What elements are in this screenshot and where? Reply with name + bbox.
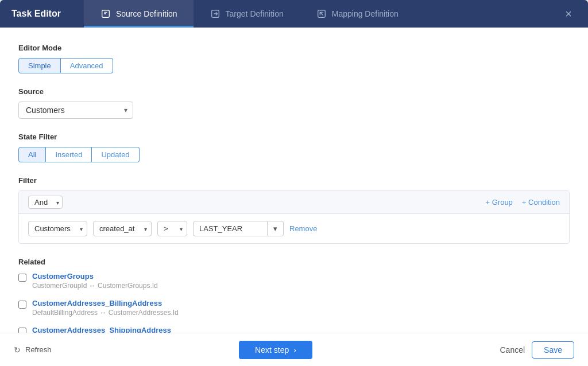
tab-target-label: Target Definition bbox=[226, 9, 284, 18]
save-button[interactable]: Save bbox=[532, 341, 574, 359]
state-filter-all-button[interactable]: All bbox=[18, 147, 46, 162]
state-filter-buttons: All Inserted Updated bbox=[18, 147, 570, 162]
add-group-button[interactable]: + Group bbox=[486, 198, 513, 207]
related-item-billingaddress: CustomerAddresses_BillingAddress Default… bbox=[18, 299, 570, 317]
editor-mode-label: Editor Mode bbox=[18, 44, 570, 52]
filter-row: Customers ▾ created_at ▾ > bbox=[19, 214, 569, 243]
filter-header-left: And Or ▾ bbox=[28, 196, 63, 209]
source-select[interactable]: Customers bbox=[18, 102, 133, 119]
filter-value-dropdown-button[interactable]: ▾ bbox=[268, 221, 284, 236]
close-button[interactable]: × bbox=[560, 5, 577, 23]
related-name-billingaddress: CustomerAddresses_BillingAddress bbox=[32, 299, 179, 307]
filter-value-wrap: ▾ bbox=[193, 221, 284, 236]
state-filter-updated-button[interactable]: Updated bbox=[92, 147, 139, 162]
related-label: Related bbox=[18, 258, 570, 266]
modal-title: Task Editor bbox=[11, 9, 61, 19]
add-condition-button[interactable]: + Condition bbox=[522, 198, 560, 207]
source-icon bbox=[100, 8, 111, 20]
footer-right: Cancel Save bbox=[500, 341, 574, 359]
refresh-button[interactable]: Refresh bbox=[25, 345, 52, 354]
tab-source[interactable]: Source Definition bbox=[84, 0, 194, 28]
mapping-icon bbox=[316, 8, 327, 20]
related-info-billingaddress: CustomerAddresses_BillingAddress Default… bbox=[32, 299, 179, 317]
modal-body: Editor Mode Simple Advanced Source Custo… bbox=[0, 28, 588, 366]
filter-section: Filter And Or ▾ bbox=[18, 176, 570, 244]
filter-value-input[interactable] bbox=[193, 221, 268, 236]
related-info-customergroups: CustomerGroups CustomerGroupId ↔ Custome… bbox=[32, 272, 158, 290]
related-checkbox-billingaddress[interactable] bbox=[18, 301, 26, 309]
next-step-button[interactable]: Next step › bbox=[239, 341, 312, 359]
state-filter-section: State Filter All Inserted Updated bbox=[18, 133, 570, 162]
tab-source-label: Source Definition bbox=[116, 9, 177, 18]
filter-header: And Or ▾ + Group + Condition bbox=[19, 191, 569, 214]
mode-simple-button[interactable]: Simple bbox=[18, 58, 61, 73]
next-step-arrow-icon: › bbox=[293, 345, 296, 355]
state-filter-label: State Filter bbox=[18, 133, 570, 141]
editor-mode-section: Editor Mode Simple Advanced bbox=[18, 44, 570, 73]
filter-box: And Or ▾ + Group + Condition bbox=[18, 190, 570, 244]
related-link-billingaddress: DefaultBillingAddress ↔ CustomerAddresse… bbox=[32, 309, 179, 317]
related-name-customergroups: CustomerGroups bbox=[32, 272, 158, 281]
filter-operator-select[interactable]: > < = != bbox=[157, 221, 187, 236]
mode-buttons: Simple Advanced bbox=[18, 58, 570, 73]
and-operator-select[interactable]: And Or bbox=[28, 196, 63, 209]
filter-operator-select-wrap: > < = != ▾ bbox=[157, 221, 187, 236]
mode-advanced-button[interactable]: Advanced bbox=[61, 58, 113, 73]
cancel-button[interactable]: Cancel bbox=[500, 345, 525, 355]
and-operator-wrapper: And Or ▾ bbox=[28, 196, 63, 209]
filter-header-right: + Group + Condition bbox=[486, 198, 560, 207]
related-checkbox-customergroups[interactable] bbox=[18, 274, 26, 282]
state-filter-inserted-button[interactable]: Inserted bbox=[46, 147, 92, 162]
tab-target[interactable]: Target Definition bbox=[194, 0, 300, 28]
modal-header: Task Editor Source Definition bbox=[0, 0, 588, 28]
target-icon bbox=[210, 8, 221, 20]
next-step-label: Next step bbox=[255, 345, 289, 355]
related-section: Related CustomerGroups CustomerGroupId ↔… bbox=[18, 258, 570, 344]
footer-left: ↻ Refresh bbox=[14, 345, 52, 355]
refresh-icon: ↻ bbox=[14, 345, 21, 355]
filter-field-select-wrap: created_at ▾ bbox=[93, 221, 152, 236]
source-section: Source Customers ▾ bbox=[18, 87, 570, 119]
related-item-customergroups: CustomerGroups CustomerGroupId ↔ Custome… bbox=[18, 272, 570, 290]
filter-source-select[interactable]: Customers bbox=[28, 221, 87, 236]
source-select-wrapper: Customers ▾ bbox=[18, 102, 133, 119]
modal-footer: ↻ Refresh Next step › Cancel Save bbox=[0, 333, 588, 366]
filter-field-select[interactable]: created_at bbox=[93, 221, 152, 236]
filter-label: Filter bbox=[18, 176, 570, 185]
tab-mapping[interactable]: Mapping Definition bbox=[300, 0, 415, 28]
tab-navigation: Source Definition Target Definition bbox=[84, 0, 560, 28]
source-label: Source bbox=[18, 87, 570, 96]
filter-remove-button[interactable]: Remove bbox=[289, 224, 317, 233]
tab-mapping-label: Mapping Definition bbox=[332, 9, 399, 18]
footer-center: Next step › bbox=[52, 341, 500, 359]
filter-source-select-wrap: Customers ▾ bbox=[28, 221, 87, 236]
related-link-customergroups: CustomerGroupId ↔ CustomerGroups.Id bbox=[32, 282, 158, 290]
